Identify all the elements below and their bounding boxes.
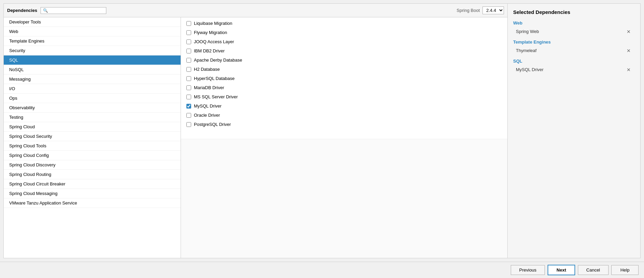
dep-checkbox-mysql[interactable]	[186, 104, 191, 109]
dep-item-postgresql[interactable]: PostgreSQL Driver	[181, 120, 507, 129]
category-item-spring-cloud-security[interactable]: Spring Cloud Security	[4, 132, 181, 141]
category-item-io[interactable]: I/O	[4, 84, 181, 94]
dep-label-ibm-db2: IBM DB2 Driver	[194, 48, 502, 53]
category-item-nosql[interactable]: NoSQL	[4, 65, 181, 75]
category-item-developer-tools[interactable]: Developer Tools	[4, 17, 181, 27]
dep-item-jooq[interactable]: JOOQ Access Layer	[181, 37, 507, 46]
category-item-vmware-tanzu[interactable]: VMware Tanzu Application Service	[4, 198, 181, 208]
dep-item-h2[interactable]: H2 Database	[181, 65, 507, 74]
spring-boot-label: Spring Boot	[457, 8, 480, 13]
category-item-ops[interactable]: Ops	[4, 94, 181, 103]
selected-dep-item-thymeleaf: Thymeleaf✕	[513, 47, 635, 54]
dep-label-apache-derby: Apache Derby Database	[194, 58, 502, 63]
selected-group-title-web-group: Web	[513, 20, 635, 26]
remove-dep-button-mysql-driver[interactable]: ✕	[625, 67, 632, 72]
category-item-spring-cloud-discovery[interactable]: Spring Cloud Discovery	[4, 160, 181, 170]
category-item-spring-cloud-circuit-breaker[interactable]: Spring Cloud Circuit Breaker	[4, 179, 181, 189]
dep-item-flyway[interactable]: Flyway Migration	[181, 28, 507, 37]
category-item-spring-cloud-messaging[interactable]: Spring Cloud Messaging	[4, 189, 181, 198]
dep-checkbox-ibm-db2[interactable]	[186, 49, 191, 53]
dep-label-oracle: Oracle Driver	[194, 113, 502, 118]
dep-checkbox-mariadb[interactable]	[186, 85, 191, 90]
dep-label-flyway: Flyway Migration	[194, 30, 502, 35]
dep-item-mysql[interactable]: MySQL Driver	[181, 101, 507, 111]
selected-dep-name-thymeleaf: Thymeleaf	[516, 48, 537, 53]
dep-checkbox-hypersql[interactable]	[186, 76, 191, 81]
header-bar: Dependencies 🔍 Spring Boot 2.4.4 2.3.9 2…	[4, 4, 507, 17]
search-box[interactable]: 🔍	[41, 7, 106, 14]
dep-item-oracle[interactable]: Oracle Driver	[181, 111, 507, 120]
spring-boot-section: Spring Boot 2.4.4 2.3.9 2.5.0	[457, 6, 504, 14]
dep-label-mssql: MS SQL Server Driver	[194, 94, 502, 99]
empty-area	[181, 139, 507, 258]
dep-checkbox-apache-derby[interactable]	[186, 58, 191, 63]
dep-item-ibm-db2[interactable]: IBM DB2 Driver	[181, 46, 507, 55]
dep-checkbox-postgresql[interactable]	[186, 122, 191, 127]
dependencies-list: Liquibase MigrationFlyway MigrationJOOQ …	[181, 17, 507, 139]
selected-groups-container: WebSpring Web✕Template EnginesThymeleaf✕…	[513, 20, 635, 78]
cancel-button[interactable]: Cancel	[578, 265, 609, 275]
dep-checkbox-liquibase[interactable]	[186, 21, 191, 26]
category-item-spring-cloud-config[interactable]: Spring Cloud Config	[4, 151, 181, 160]
dep-label-mysql: MySQL Driver	[194, 103, 502, 109]
dep-label-mariadb: MariaDB Driver	[194, 85, 502, 90]
selected-dep-item-spring-web: Spring Web✕	[513, 28, 635, 35]
category-item-sql[interactable]: SQL	[4, 55, 181, 65]
category-item-spring-cloud-routing[interactable]: Spring Cloud Routing	[4, 170, 181, 179]
selected-deps-title: Selected Dependencies	[513, 9, 635, 15]
category-item-web[interactable]: Web	[4, 27, 181, 36]
category-item-security[interactable]: Security	[4, 46, 181, 55]
dep-item-mssql[interactable]: MS SQL Server Driver	[181, 92, 507, 101]
spring-boot-version-select[interactable]: 2.4.4 2.3.9 2.5.0	[482, 6, 504, 14]
category-item-spring-cloud[interactable]: Spring Cloud	[4, 122, 181, 132]
dep-checkbox-flyway[interactable]	[186, 30, 191, 35]
dep-item-mariadb[interactable]: MariaDB Driver	[181, 83, 507, 92]
previous-button[interactable]: Previous	[511, 265, 545, 275]
dep-label-liquibase: Liquibase Migration	[194, 21, 502, 26]
selected-group-title-template-engines-group: Template Engines	[513, 39, 635, 45]
next-button[interactable]: Next	[548, 265, 575, 275]
dep-label-postgresql: PostgreSQL Driver	[194, 122, 502, 127]
dep-checkbox-oracle[interactable]	[186, 113, 191, 118]
dep-checkbox-jooq[interactable]	[186, 39, 191, 44]
selected-dep-name-mysql-driver: MySQL Driver	[516, 67, 543, 72]
dep-item-hypersql[interactable]: HyperSQL Database	[181, 74, 507, 83]
help-button[interactable]: Help	[611, 265, 639, 275]
dep-checkbox-mssql[interactable]	[186, 95, 191, 99]
selected-dep-item-mysql-driver: MySQL Driver✕	[513, 66, 635, 73]
selected-dep-name-spring-web: Spring Web	[516, 29, 539, 34]
search-icon: 🔍	[43, 8, 48, 13]
dep-label-hypersql: HyperSQL Database	[194, 76, 502, 81]
dep-item-liquibase[interactable]: Liquibase Migration	[181, 19, 507, 28]
dep-label-h2: H2 Database	[194, 67, 502, 72]
selected-group-title-sql-group: SQL	[513, 59, 635, 64]
dep-checkbox-h2[interactable]	[186, 67, 191, 72]
selected-dependencies-panel: Selected Dependencies WebSpring Web✕Temp…	[508, 3, 641, 258]
selected-group-template-engines-group: Template EnginesThymeleaf✕	[513, 39, 635, 54]
selected-group-sql-group: SQLMySQL Driver✕	[513, 59, 635, 73]
category-item-messaging[interactable]: Messaging	[4, 75, 181, 84]
dep-item-apache-derby[interactable]: Apache Derby Database	[181, 55, 507, 65]
selected-group-web-group: WebSpring Web✕	[513, 20, 635, 35]
category-item-spring-cloud-tools[interactable]: Spring Cloud Tools	[4, 141, 181, 151]
dep-label-jooq: JOOQ Access Layer	[194, 39, 502, 44]
category-item-template-engines[interactable]: Template Engines	[4, 36, 181, 46]
bottom-bar: Previous Next Cancel Help	[0, 262, 644, 278]
category-item-testing[interactable]: Testing	[4, 113, 181, 122]
categories-list: Developer ToolsWebTemplate EnginesSecuri…	[4, 17, 181, 258]
dependencies-label: Dependencies	[7, 8, 37, 13]
search-input[interactable]	[49, 8, 104, 13]
remove-dep-button-thymeleaf[interactable]: ✕	[625, 48, 632, 53]
category-item-observability[interactable]: Observability	[4, 103, 181, 113]
remove-dep-button-spring-web[interactable]: ✕	[625, 29, 632, 34]
